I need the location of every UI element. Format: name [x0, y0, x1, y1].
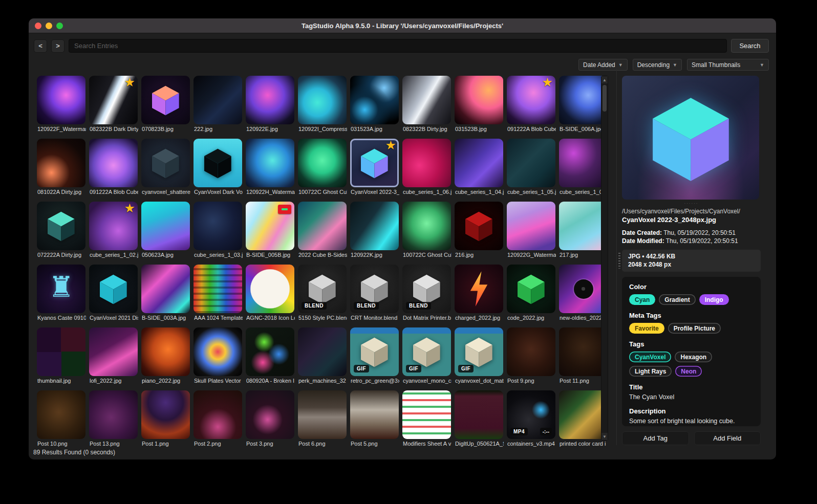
- thumbnail-image[interactable]: [298, 327, 347, 376]
- grid-item[interactable]: B-SIDE_003A.jpg: [141, 265, 190, 324]
- thumbnail-image[interactable]: [402, 139, 451, 187]
- grid-item[interactable]: Post 1.png: [141, 390, 190, 450]
- scrollbar-thumb[interactable]: [603, 85, 607, 112]
- grid-item[interactable]: printed color card i: [559, 390, 608, 450]
- grid-item[interactable]: 2022 Cube B-Sides: [298, 202, 347, 261]
- grid-item[interactable]: 080920A - Broken I: [246, 327, 294, 387]
- thumbnail-image[interactable]: [559, 265, 608, 313]
- grid-item[interactable]: GIFretro_pc_green@3x: [350, 327, 399, 387]
- grid-item[interactable]: 120922G_Watermar: [507, 202, 555, 261]
- thumbnail-image[interactable]: [298, 202, 347, 250]
- thumbnail-image[interactable]: [246, 327, 294, 376]
- grid-item[interactable]: 031523B.jpg: [455, 76, 503, 135]
- grid-item[interactable]: Post 9.png: [507, 327, 555, 387]
- thumbnail-image[interactable]: ★: [507, 76, 555, 124]
- thumbnail-image[interactable]: [193, 202, 242, 250]
- grid-item[interactable]: ♜Kyanos Caste 0910: [37, 265, 85, 324]
- grid-item[interactable]: 120922F_Watermark: [37, 76, 85, 135]
- thumbnail-image[interactable]: [455, 76, 503, 124]
- scroll-down-icon[interactable]: ▼: [601, 433, 608, 440]
- search-input[interactable]: [69, 39, 727, 53]
- tag-pill-hexagon[interactable]: Hexagon: [675, 352, 712, 362]
- grid-item[interactable]: cube_series_1_05.j: [507, 139, 555, 198]
- thumbnail-image[interactable]: [455, 139, 503, 187]
- grid-item[interactable]: 100722C Ghost Cub: [298, 139, 347, 198]
- grid-item[interactable]: 222.jpg: [193, 76, 242, 135]
- thumbnail-image[interactable]: [193, 265, 242, 313]
- tag-pill-gradient[interactable]: Gradient: [659, 294, 695, 305]
- thumbnail-image[interactable]: [298, 390, 347, 439]
- thumbnail-image[interactable]: [298, 139, 347, 187]
- thumbnail-image[interactable]: ★: [350, 139, 399, 187]
- grid-item[interactable]: 031523A.jpg: [350, 76, 399, 135]
- thumbnail-image[interactable]: [141, 202, 190, 250]
- grid-item[interactable]: 091222A Blob Cube: [89, 139, 138, 198]
- grid-item[interactable]: DigItUp_050621A_S: [455, 390, 503, 450]
- thumbnail-image[interactable]: BLEND: [298, 265, 347, 313]
- thumbnail-image[interactable]: [193, 76, 242, 124]
- thumbnail-image[interactable]: [559, 390, 608, 439]
- scrollbar-track[interactable]: [601, 83, 608, 433]
- grid-item[interactable]: 216.jpg: [455, 202, 503, 261]
- thumbnail-image[interactable]: [559, 202, 608, 250]
- thumbnail-image[interactable]: [455, 202, 503, 250]
- panel-resize-handle[interactable]: ······: [622, 201, 761, 206]
- thumbnail-image[interactable]: [141, 327, 190, 376]
- tag-pill-profile-picture[interactable]: Profile Picture: [668, 323, 721, 334]
- grid-item[interactable]: Post 5.png: [350, 390, 399, 450]
- thumbnail-image[interactable]: [298, 76, 347, 124]
- grid-item[interactable]: cyanvoxel_shattere: [141, 139, 190, 198]
- thumbnail-image[interactable]: [507, 202, 555, 250]
- grid-item[interactable]: 100722C Ghost Cub: [402, 202, 451, 261]
- grid-item[interactable]: cube_series_1_01.j: [559, 139, 608, 198]
- grid-item[interactable]: 120922E.jpg: [246, 76, 294, 135]
- grid-item[interactable]: CyanVoxel Dark Vox: [193, 139, 242, 198]
- grid-item[interactable]: 072222A Dirty.jpg: [37, 202, 85, 261]
- grid-item[interactable]: AAA 1024 Template: [193, 265, 242, 324]
- tag-pill-neon[interactable]: Neon: [675, 366, 702, 377]
- thumbnail-image[interactable]: [402, 76, 451, 124]
- grid-item[interactable]: 081022A Dirty.jpg: [37, 139, 85, 198]
- minimize-button[interactable]: [46, 23, 52, 29]
- thumbnail-image[interactable]: BLEND: [402, 265, 451, 313]
- thumbnail-image[interactable]: [402, 390, 451, 439]
- add-field-button[interactable]: Add Field: [694, 431, 761, 445]
- grid-item[interactable]: perk_machines_32: [298, 327, 347, 387]
- grid-item[interactable]: ★091222A Blob Cube: [507, 76, 555, 135]
- grid-item[interactable]: Post 11.png: [559, 327, 608, 387]
- grid-item[interactable]: code_2022.jpg: [507, 265, 555, 324]
- thumbnail-image[interactable]: [193, 139, 242, 187]
- grid-item[interactable]: ★CyanVoxel 2022-3_: [350, 139, 399, 198]
- thumbnail-image[interactable]: ★: [89, 76, 138, 124]
- tag-pill-cyan[interactable]: Cyan: [629, 294, 655, 305]
- thumbnail-image[interactable]: [193, 327, 242, 376]
- thumbnail-image[interactable]: [141, 76, 190, 124]
- grid-item[interactable]: 070823B.jpg: [141, 76, 190, 135]
- thumbnail-image[interactable]: [89, 327, 138, 376]
- grid-item[interactable]: Modifiers Sheet A v: [402, 390, 451, 450]
- grid-item[interactable]: charged_2022.jpg: [455, 265, 503, 324]
- grid-item[interactable]: Post 13.png: [89, 390, 138, 450]
- thumbnail-image[interactable]: [507, 327, 555, 376]
- thumbnail-image[interactable]: [246, 202, 294, 250]
- grid-item[interactable]: lofi_2022.jpg: [89, 327, 138, 387]
- grid-item[interactable]: GIFcyanvoxel_mono_cr: [402, 327, 451, 387]
- thumbnail-image[interactable]: [89, 265, 138, 313]
- thumbnail-image[interactable]: [37, 76, 85, 124]
- grid-item[interactable]: BLEND5150 Style PC.blend: [298, 265, 347, 324]
- grid-item[interactable]: AGNC-2018 Icon Lo: [246, 265, 294, 324]
- thumbnail-image[interactable]: [141, 139, 190, 187]
- thumbnail-image[interactable]: [455, 265, 503, 313]
- grid-item[interactable]: GIFcyanvoxel_dot_mat: [455, 327, 503, 387]
- thumbnail-image[interactable]: [89, 139, 138, 187]
- grid-item[interactable]: Skull Plates Vector: [193, 327, 242, 387]
- zoom-button[interactable]: [56, 23, 63, 29]
- grid-item[interactable]: new-oldies_2022.jp: [559, 265, 608, 324]
- thumbnail-image[interactable]: [89, 390, 138, 439]
- tag-pill-indigo[interactable]: Indigo: [699, 294, 729, 305]
- thumbnail-image[interactable]: [193, 390, 242, 439]
- tag-pill-favorite[interactable]: Favorite: [629, 323, 664, 334]
- thumbnail-image[interactable]: ★: [89, 202, 138, 250]
- grid-item[interactable]: B-SIDE_005B.jpg: [246, 202, 294, 261]
- grid-item[interactable]: B-SIDE_006A.jpg: [559, 76, 608, 135]
